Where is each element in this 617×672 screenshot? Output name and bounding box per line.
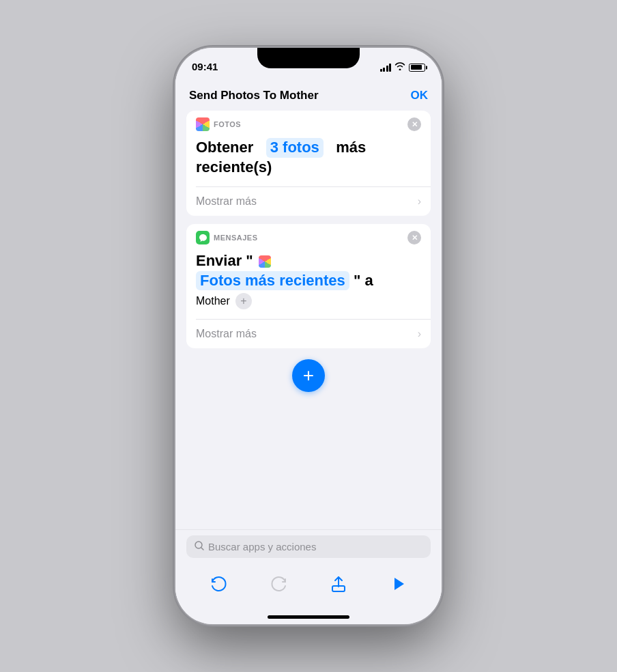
search-icon: [195, 541, 204, 552]
cards-area: FOTOS ✕ Obtener 3 fotos más reciente(s): [175, 111, 442, 529]
wifi-icon: [394, 62, 405, 72]
battery-icon: [409, 64, 425, 72]
mensajes-chevron-icon: ›: [418, 328, 421, 340]
mensajes-card-header: MENSAJES ✕: [186, 224, 431, 249]
fotos-action-text-1: Obtener: [196, 139, 253, 156]
search-placeholder: Buscar apps y acciones: [208, 541, 316, 552]
svg-marker-3: [394, 578, 404, 590]
bottom-section: Buscar apps y acciones: [175, 529, 442, 563]
status-icons: [380, 62, 426, 72]
phone-frame: 09:41 Send Photos To Moth: [175, 48, 442, 624]
fotos-card-header: FOTOS ✕: [186, 111, 431, 135]
fotos-chevron-icon: ›: [418, 195, 421, 208]
mensajes-action-text: Enviar " Fotos más recientes " a: [196, 251, 421, 290]
svg-line-1: [201, 548, 203, 550]
status-time: 09:41: [192, 61, 218, 72]
fotos-app-info: FOTOS: [196, 117, 241, 131]
toolbar: [175, 563, 442, 611]
fotos-show-more-label: Mostrar más: [196, 195, 257, 208]
mensajes-app-name: MENSAJES: [214, 234, 258, 242]
fotos-app-name: FOTOS: [214, 120, 241, 128]
mensajes-action-card: MENSAJES ✕ Enviar " Fotos más recientes …: [186, 224, 431, 348]
mensajes-show-more-button[interactable]: Mostrar más ›: [186, 320, 431, 348]
add-action-section: +: [186, 359, 431, 392]
fotos-show-more-button[interactable]: Mostrar más ›: [186, 187, 431, 216]
fotos-action-card: FOTOS ✕ Obtener 3 fotos más reciente(s): [186, 111, 431, 216]
mensajes-show-more-label: Mostrar más: [196, 328, 257, 340]
search-bar[interactable]: Buscar apps y acciones: [186, 535, 431, 558]
screen-content: Send Photos To Mother OK FOTOS ✕ Obtener: [175, 78, 442, 624]
play-button[interactable]: [384, 570, 412, 598]
add-recipient-button[interactable]: +: [235, 293, 252, 309]
signal-bars-icon: [380, 64, 392, 72]
mensajes-blue-token[interactable]: Fotos más recientes: [196, 271, 349, 291]
add-action-button[interactable]: +: [292, 359, 325, 392]
undo-button[interactable]: [205, 570, 233, 598]
header: Send Photos To Mother OK: [175, 78, 442, 111]
fotos-close-button[interactable]: ✕: [407, 117, 421, 131]
home-indicator: [268, 615, 349, 619]
fotos-action-text: Obtener 3 fotos más reciente(s): [196, 138, 421, 177]
recipient-token[interactable]: Mother: [196, 295, 230, 307]
notch: [257, 48, 360, 68]
messages-app-icon: [196, 231, 210, 244]
mensajes-action-text-2: " a: [354, 272, 373, 289]
mensajes-close-button[interactable]: ✕: [407, 231, 421, 244]
redo-button[interactable]: [265, 570, 292, 598]
photos-app-icon: [196, 117, 210, 131]
share-button[interactable]: [325, 570, 352, 598]
recipient-row: Mother +: [196, 293, 421, 309]
ok-button[interactable]: OK: [411, 89, 429, 102]
mensajes-app-info: MENSAJES: [196, 231, 258, 244]
fotos-card-body: Obtener 3 fotos más reciente(s): [186, 135, 431, 186]
mensajes-card-body: Enviar " Fotos más recientes " a Mother …: [186, 249, 431, 319]
mensajes-photos-inline-icon: [259, 255, 271, 268]
mensajes-action-text-1: Enviar ": [196, 252, 253, 269]
fotos-blue-token[interactable]: 3 fotos: [266, 138, 324, 158]
page-title: Send Photos To Mother: [189, 89, 319, 102]
